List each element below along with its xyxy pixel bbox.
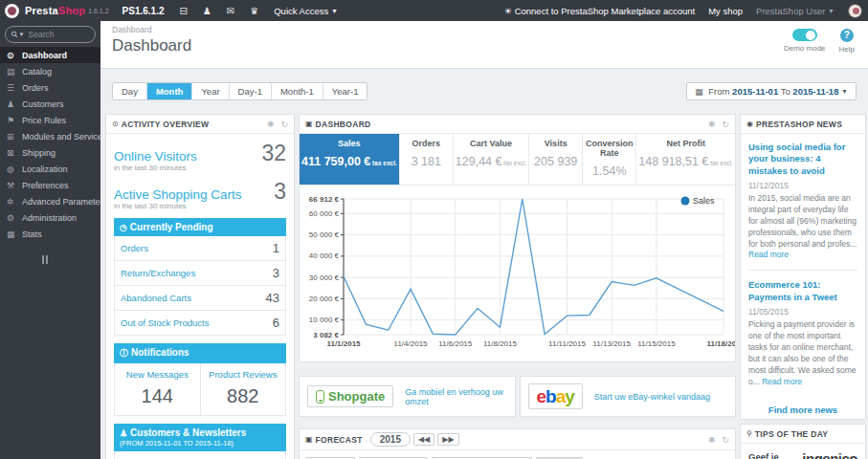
period-day[interactable]: Day (113, 83, 147, 99)
news-article-excerpt: In 2015, social media are an integral pa… (748, 193, 857, 261)
refresh-icon[interactable]: ↻ (280, 120, 288, 129)
metric-orders[interactable]: Orders3 181 (400, 134, 454, 185)
ebay-logo-letter: b (545, 387, 556, 405)
metric-net-profit[interactable]: Net Profit148 918,51 € tax excl. (636, 134, 735, 185)
sidebar-item-advanced-parameters[interactable]: ✲Advanced Parameters (0, 193, 100, 209)
sidebar-collapse-button[interactable] (42, 255, 100, 264)
activity-row-out-of-stock-products[interactable]: Out of Stock Products6 (115, 311, 285, 335)
modules-icon: ⊞ (7, 132, 22, 142)
quick-access-menu[interactable]: Quick Access ▼ (274, 6, 338, 16)
activity-icon: ⊙ (112, 120, 119, 128)
metric-cart-value[interactable]: Cart Value129,44 € tax excl. (454, 134, 529, 185)
demo-mode-toggle[interactable] (792, 29, 817, 41)
metric-visits[interactable]: Visits205 939 (529, 134, 583, 185)
dashboard-panel-title: DASHBOARD (316, 120, 371, 129)
forecast-panel: ▣ FORECAST 2015 ◀◀ ▶▶ ✱ ↻ TrafficConvers… (299, 428, 736, 459)
forecast-toggles: TrafficConversionAverage Cart ValueSales (300, 450, 735, 459)
read-more-link[interactable]: Read more (748, 250, 789, 259)
search-input[interactable] (29, 30, 88, 39)
sidebar-item-administration[interactable]: ⚙Administration (0, 209, 100, 226)
sidebar-item-label: Catalog (22, 67, 52, 76)
sidebar-item-localization[interactable]: ◍Localization (0, 161, 100, 177)
sidebar-item-customers[interactable]: ♟Customers (0, 96, 100, 112)
read-more-link[interactable]: Read more (762, 377, 802, 386)
sidebar-item-label: Orders (22, 83, 49, 93)
forecast-next-button[interactable]: ▶▶ (437, 433, 458, 446)
period-year-1[interactable]: Year-1 (323, 83, 367, 99)
main-content: Dashboard Dashboard Demo mode ? Help Day… (100, 0, 868, 459)
activity-row-new-customers[interactable]: New Customers90 (115, 451, 285, 459)
sidebar-item-dashboard[interactable]: ⊙Dashboard (0, 47, 100, 63)
activity-row-return-exchanges[interactable]: Return/Exchanges3 (115, 261, 285, 286)
stats-icon: ▦ (7, 230, 22, 239)
demo-mode-control: Demo mode (784, 29, 826, 54)
online-visitors-kpi: Online Visitors 32 in the last 30 minute… (114, 141, 286, 172)
customers-newsletters-header: ♟Customers & Newsletters (FROM 2015-11-0… (114, 424, 286, 451)
metric-conversion-rate[interactable]: Conversion Rate1.54% (583, 134, 636, 185)
product-reviews-cell[interactable]: Product Reviews 882 (200, 363, 286, 415)
metric-sales[interactable]: Sales411 759,00 € tax excl. (300, 134, 400, 185)
date-range-button[interactable]: ▦ From 2015-11-01 To 2015-11-18 ▼ (686, 82, 857, 100)
find-more-news-link[interactable]: Find more news (741, 395, 865, 419)
currently-pending-header: ◷Currently Pending (114, 218, 286, 236)
metric-label: Conversion Rate (585, 139, 634, 158)
sidebar-item-shipping[interactable]: ⊠Shipping (0, 144, 100, 161)
prestashop-news-panel: ◉ PRESTASHOP NEWS Using social media for… (740, 114, 866, 420)
marketplace-link[interactable]: ☀ Connect to PrestaShop Marketplace acco… (503, 6, 695, 16)
news-article-title[interactable]: Using social media for your business: 4 … (748, 142, 857, 177)
svg-text:10 000 €: 10 000 € (309, 316, 340, 324)
gear-icon[interactable]: ✱ (267, 120, 275, 129)
sidebar-item-modules-and-services[interactable]: ⊞Modules and Services (0, 128, 100, 144)
period-day-1[interactable]: Day-1 (230, 83, 272, 99)
cart-icon[interactable]: ⊟ (179, 6, 187, 16)
gear-icon[interactable]: ✱ (708, 120, 716, 129)
dashboard-icon: ⊙ (7, 51, 22, 60)
new-messages-cell[interactable]: New Messages 144 (115, 363, 200, 415)
sidebar-item-label: Price Rules (22, 116, 66, 125)
metric-value: 205 939 (531, 155, 580, 168)
demo-mode-label: Demo mode (784, 44, 826, 53)
activity-row-abandoned-carts[interactable]: Abandoned Carts43 (115, 286, 285, 311)
sidebar-item-stats[interactable]: ▦Stats (0, 226, 100, 242)
trophy-icon[interactable]: ♛ (250, 6, 258, 16)
forecast-year[interactable]: 2015 (370, 432, 411, 447)
phone-icon (316, 390, 324, 404)
metric-label: Sales (301, 139, 397, 148)
shop-version: PS1.6.1.2 (122, 6, 165, 16)
shopgate-link[interactable]: Ga mobiel en verhoog uw omzet (405, 387, 506, 406)
refresh-icon[interactable]: ↻ (722, 120, 729, 129)
period-year[interactable]: Year (192, 83, 229, 99)
mail-icon[interactable]: ✉ (227, 6, 234, 16)
sidebar: ⚲ ▼ ⊙Dashboard▤Catalog☰Orders♟Customers⚑… (0, 21, 100, 459)
online-visitors-link[interactable]: Online Visitors (114, 149, 197, 164)
price-rules-icon: ⚑ (7, 116, 22, 125)
user-icon[interactable]: ♟ (203, 6, 211, 16)
period-month[interactable]: Month (147, 83, 193, 99)
forecast-prev-button[interactable]: ◀◀ (413, 433, 434, 446)
active-carts-link[interactable]: Active Shopping Carts (114, 187, 242, 202)
search-icon: ⚲ (9, 29, 20, 40)
news-article-title[interactable]: Ecommerce 101: Payments in a Tweet (748, 279, 857, 303)
sidebar-search[interactable]: ⚲ ▼ (5, 26, 96, 43)
ebay-link[interactable]: Start uw eBay-winkel vandaag (594, 392, 710, 402)
caret-down-icon: ▼ (828, 8, 835, 14)
sidebar-item-catalog[interactable]: ▤Catalog (0, 63, 100, 79)
advanced-parameters-icon: ✲ (7, 197, 22, 207)
brand-name: PrestaShop (25, 5, 85, 16)
user-menu[interactable]: PrestaShop User ▼ (756, 6, 835, 16)
activity-row-orders[interactable]: Orders1 (115, 236, 285, 261)
refresh-icon[interactable]: ↻ (722, 435, 729, 445)
gear-icon[interactable]: ✱ (708, 435, 716, 445)
customers-icon: ♟ (7, 99, 22, 109)
sidebar-item-price-rules[interactable]: ⚑Price Rules (0, 112, 100, 128)
help-icon[interactable]: ? (840, 29, 854, 42)
my-shop-link[interactable]: My shop (708, 6, 743, 16)
orders-icon: ☰ (7, 83, 22, 93)
metric-label: Orders (402, 139, 451, 148)
period-month-1[interactable]: Month-1 (272, 83, 323, 99)
sidebar-item-preferences[interactable]: ⚒Preferences (0, 177, 100, 193)
sidebar-item-orders[interactable]: ☰Orders (0, 79, 100, 96)
user-avatar[interactable] (848, 4, 862, 18)
product-reviews-label: Product Reviews (203, 369, 284, 380)
tips-panel-title: TIPS OF THE DAY (755, 429, 828, 439)
